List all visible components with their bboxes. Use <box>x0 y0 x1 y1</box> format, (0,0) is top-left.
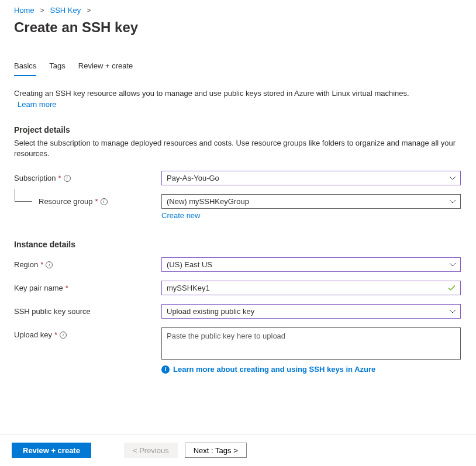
learn-more-link[interactable]: Learn more <box>18 100 56 109</box>
chevron-right-icon: > <box>83 6 95 15</box>
review-create-button[interactable]: Review + create <box>12 443 91 458</box>
subscription-select[interactable]: Pay-As-You-Go <box>161 171 461 185</box>
required-indicator: * <box>65 284 68 292</box>
page-title: Create an SSH key <box>0 15 476 36</box>
key-pair-name-value: mySSHKey1 <box>167 284 210 292</box>
upload-key-textarea[interactable] <box>161 327 461 360</box>
breadcrumb-parent[interactable]: SSH Key <box>50 6 81 15</box>
info-icon[interactable]: i <box>46 261 53 268</box>
chevron-right-icon: > <box>36 6 48 15</box>
key-pair-name-label: Key pair name <box>14 284 63 292</box>
checkmark-icon <box>448 284 456 292</box>
resource-group-label: Resource group <box>39 197 93 206</box>
chevron-down-icon <box>450 177 456 180</box>
resource-group-value: (New) mySSHKeyGroup <box>167 197 249 206</box>
resource-group-select[interactable]: (New) mySSHKeyGroup <box>161 194 461 209</box>
subscription-label: Subscription <box>14 174 56 182</box>
required-indicator: * <box>40 260 43 269</box>
chevron-down-icon <box>450 310 456 313</box>
tab-tags[interactable]: Tags <box>49 61 65 76</box>
region-value: (US) East US <box>167 260 212 269</box>
required-indicator: * <box>54 330 57 339</box>
ssh-source-value: Upload existing public key <box>167 307 254 316</box>
breadcrumb: Home > SSH Key > <box>0 0 476 15</box>
upload-key-label: Upload key <box>14 330 52 339</box>
tab-review-create[interactable]: Review + create <box>78 61 133 76</box>
key-pair-name-input[interactable]: mySSHKey1 <box>161 281 461 295</box>
project-details-desc: Select the subscription to manage deploy… <box>14 138 461 159</box>
project-details-heading: Project details <box>14 125 461 134</box>
ssh-source-select[interactable]: Upload existing public key <box>161 304 461 319</box>
tabs: Basics Tags Review + create <box>0 36 476 77</box>
previous-button: < Previous <box>124 443 178 458</box>
info-icon[interactable]: i <box>101 198 108 205</box>
required-indicator: * <box>95 197 98 206</box>
chevron-down-icon <box>450 200 456 203</box>
create-new-rg-link[interactable]: Create new <box>161 211 200 220</box>
region-label: Region <box>14 260 38 269</box>
required-indicator: * <box>58 174 61 182</box>
intro-text-body: Creating an SSH key resource allows you … <box>14 89 409 98</box>
tab-basics[interactable]: Basics <box>14 61 36 76</box>
info-icon: i <box>161 365 170 374</box>
subscription-value: Pay-As-You-Go <box>167 174 219 182</box>
breadcrumb-home[interactable]: Home <box>14 6 35 15</box>
info-icon[interactable]: i <box>64 175 71 182</box>
next-button[interactable]: Next : Tags > <box>185 443 247 458</box>
info-icon[interactable]: i <box>60 332 67 339</box>
ssh-source-label: SSH public key source <box>14 307 91 316</box>
region-select[interactable]: (US) East US <box>161 257 461 272</box>
ssh-learn-more-link[interactable]: Learn more about creating and using SSH … <box>173 365 375 374</box>
instance-details-heading: Instance details <box>14 240 461 249</box>
tree-line-icon <box>15 189 32 202</box>
footer: Review + create < Previous Next : Tags > <box>0 434 476 466</box>
chevron-down-icon <box>450 263 456 267</box>
intro-text: Creating an SSH key resource allows you … <box>14 88 461 99</box>
